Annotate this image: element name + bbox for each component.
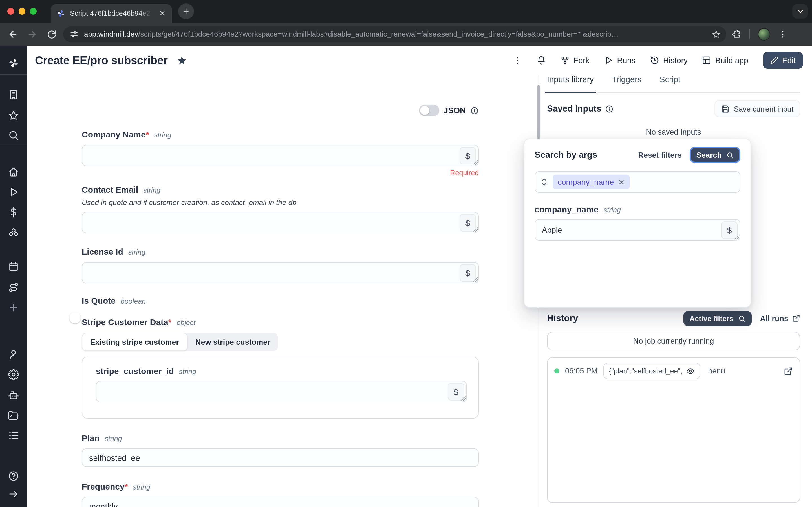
company-name-input[interactable]: $: [82, 145, 479, 166]
dollar-var-button[interactable]: $: [721, 221, 738, 239]
reload-icon[interactable]: [42, 24, 61, 44]
fullscreen-window-button[interactable]: [30, 8, 37, 15]
sidebar-expand-arrow-icon[interactable]: [8, 489, 19, 500]
plan-input[interactable]: [82, 448, 479, 467]
sidebar-item-add-plus-icon[interactable]: [8, 302, 19, 313]
sort-chevrons-icon[interactable]: [540, 177, 548, 186]
site-info-icon[interactable]: [70, 30, 79, 38]
dollar-var-button[interactable]: $: [460, 147, 476, 165]
dollar-var-button[interactable]: $: [448, 383, 464, 400]
tab-existing-stripe-customer[interactable]: Existing stripe customer: [82, 333, 188, 351]
frequency-input[interactable]: [82, 497, 479, 507]
tab-script[interactable]: Script: [659, 75, 680, 93]
url-bar[interactable]: app.windmill.dev/scripts/get/476f1bdce46…: [63, 26, 726, 42]
close-window-button[interactable]: [7, 8, 14, 15]
favorite-star-icon[interactable]: [177, 55, 188, 66]
sidebar-item-user-icon[interactable]: [8, 349, 19, 360]
field-type: string: [154, 131, 171, 139]
info-icon[interactable]: [605, 105, 614, 113]
filter-chip-company-name[interactable]: company_name ✕: [553, 175, 629, 189]
field-type: string: [143, 186, 160, 194]
sidebar-item-help-question-icon[interactable]: [8, 470, 19, 482]
windmill-logo[interactable]: [8, 57, 19, 69]
all-runs-link[interactable]: All runs: [760, 314, 800, 323]
sidebar-item-runs-play-icon[interactable]: [8, 186, 19, 198]
build-app-button[interactable]: Build app: [702, 56, 748, 65]
sidebar-item-flows-route-icon[interactable]: [8, 282, 19, 293]
page-title: Create EE/pro subscriber: [35, 54, 168, 67]
company-name-filter-input[interactable]: [535, 220, 716, 240]
bookmark-star-icon[interactable]: [712, 30, 721, 39]
field-description: Used in quote and if customer creation, …: [82, 198, 479, 207]
history-button[interactable]: History: [650, 56, 688, 65]
search-icon: [738, 315, 745, 322]
run-success-dot: [554, 369, 559, 374]
browser-menu-kebab-icon[interactable]: [778, 30, 787, 39]
history-title: History: [547, 313, 578, 323]
forward-icon[interactable]: [22, 24, 42, 44]
field-label: License Id: [82, 247, 123, 256]
sidebar-item-workspace[interactable]: [8, 89, 19, 100]
field-plan: Planstring: [82, 433, 479, 467]
notifications-bell-icon[interactable]: [537, 56, 546, 65]
sidebar-item-folders-icon[interactable]: [8, 410, 19, 421]
save-current-input-button[interactable]: Save current input: [715, 100, 800, 117]
dollar-var-button[interactable]: $: [460, 214, 476, 231]
minimize-window-button[interactable]: [18, 8, 26, 15]
panel-scrollbar[interactable]: [538, 85, 540, 139]
sidebar-item-favorites-star-icon[interactable]: [8, 110, 19, 121]
save-floppy-icon: [721, 105, 730, 113]
active-filters-button[interactable]: Active filters: [683, 311, 751, 326]
eye-icon[interactable]: [686, 367, 695, 376]
open-run-external-icon[interactable]: [784, 367, 793, 376]
sidebar-item-home-icon[interactable]: [8, 166, 19, 177]
sidebar-item-settings-gear-icon[interactable]: [8, 369, 19, 380]
args-filter-input[interactable]: company_name ✕: [535, 171, 741, 193]
sidebar-item-logs-list-icon[interactable]: [8, 430, 19, 441]
profile-avatar[interactable]: [758, 28, 770, 40]
back-icon[interactable]: [3, 24, 22, 44]
sidebar-item-variables-dollar-icon[interactable]: [8, 207, 19, 218]
sidebar-item-workers-robot-icon[interactable]: [8, 390, 19, 401]
tab-new-stripe-customer[interactable]: New stripe customer: [188, 333, 278, 351]
tab-triggers[interactable]: Triggers: [612, 75, 642, 93]
sidebar-item-schedules-calendar-icon[interactable]: [8, 261, 19, 272]
new-tab-button[interactable]: +: [178, 3, 194, 19]
runs-label: Runs: [617, 56, 635, 65]
sidebar-divider: [0, 74, 27, 75]
extensions-puzzle-icon[interactable]: [732, 29, 742, 39]
contact-email-input[interactable]: $: [82, 212, 479, 233]
tab-inputs-library[interactable]: Inputs library: [547, 75, 594, 93]
runs-button[interactable]: Runs: [604, 56, 635, 65]
json-toggle-label: JSON: [444, 106, 466, 115]
stripe-customer-id-input[interactable]: $: [96, 381, 467, 402]
reset-filters-button[interactable]: Reset filters: [638, 151, 682, 159]
tab-close-icon[interactable]: ✕: [157, 8, 167, 18]
all-runs-label: All runs: [760, 314, 788, 323]
json-toggle[interactable]: [419, 105, 439, 116]
field-label: Stripe Customer Data*: [82, 317, 171, 327]
history-label: History: [663, 56, 688, 65]
edit-label: Edit: [782, 56, 796, 65]
browser-tab[interactable]: Script 476f1bdce46b94e2 | W ✕: [51, 4, 172, 22]
info-icon[interactable]: [470, 106, 479, 115]
chip-label: company_name: [558, 177, 614, 186]
chevron-down-icon[interactable]: [792, 4, 808, 18]
search-button[interactable]: Search: [690, 147, 741, 163]
sidebar-item-search-icon[interactable]: [8, 129, 19, 141]
build-app-label: Build app: [715, 56, 748, 65]
search-icon: [726, 151, 733, 159]
chip-remove-x-icon[interactable]: ✕: [618, 178, 624, 186]
field-type: boolean: [121, 297, 146, 305]
run-row[interactable]: 06:05 PM {"plan":"selfhosted_ee",... hen…: [554, 363, 793, 379]
fork-label: Fork: [573, 56, 589, 65]
fork-button[interactable]: Fork: [560, 56, 589, 65]
edit-button[interactable]: Edit: [763, 52, 803, 69]
run-args-chip[interactable]: {"plan":"selfhosted_ee",...: [603, 363, 700, 379]
more-kebab-icon[interactable]: [513, 55, 522, 65]
license-id-input[interactable]: $: [82, 262, 479, 283]
dollar-var-button[interactable]: $: [460, 264, 476, 282]
field-is-quote: Is Quoteboolean: [82, 296, 479, 306]
sidebar-item-resources-cubes-icon[interactable]: [8, 228, 19, 239]
browser-chrome: Script 476f1bdce46b94e2 | W ✕ + app.wind…: [0, 0, 812, 46]
